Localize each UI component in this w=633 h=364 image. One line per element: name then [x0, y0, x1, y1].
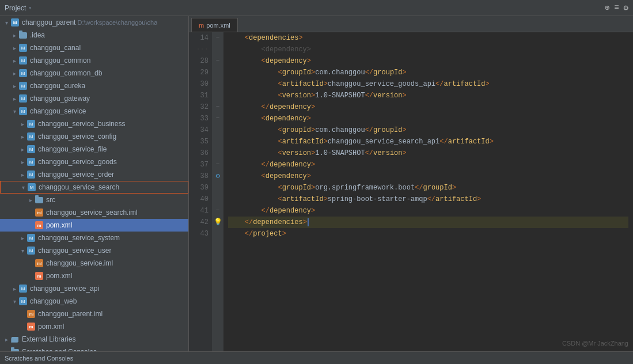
- service-api-arrow[interactable]: [10, 286, 18, 292]
- service-goods-arrow[interactable]: [18, 159, 26, 165]
- code-line-39: <groupId>org.springframework.boot</group…: [228, 182, 628, 194]
- eureka-label: changgou_eureka: [30, 82, 85, 90]
- tree-item-pom1[interactable]: m pom.xml: [0, 219, 188, 232]
- tree-item-service-goods[interactable]: M changgou_service_goods: [0, 156, 188, 168]
- tree-item-eureka[interactable]: M changgou_eureka: [0, 79, 188, 92]
- tree-item-service-config[interactable]: M changgou_service_config: [0, 130, 188, 143]
- tree-item-ext-libs[interactable]: External Libraries: [0, 333, 188, 346]
- service-system-arrow[interactable]: [18, 235, 26, 241]
- service-arrow[interactable]: [10, 108, 18, 115]
- search-iml-label: changgou_service_search.iml: [46, 208, 138, 217]
- gutter-fold-32[interactable]: −: [213, 101, 223, 112]
- scratches-icon: [10, 348, 20, 351]
- gutter-yellow-42[interactable]: 💡: [213, 217, 223, 227]
- src-arrow[interactable]: [26, 197, 35, 203]
- code-line-29: <groupId>com.changgou</groupId>: [228, 67, 628, 78]
- tree-item-parent-iml[interactable]: iml changgou_parent.iml: [0, 308, 188, 320]
- gateway-label: changgou_gateway: [30, 94, 90, 103]
- common-arrow[interactable]: [10, 58, 18, 64]
- editor-tab-pom[interactable]: m pom.xml: [191, 18, 238, 32]
- tree-item-src[interactable]: src: [0, 194, 188, 206]
- service-order-icon: M: [26, 170, 36, 179]
- tree-item-service-user[interactable]: M changgou_service_user: [0, 244, 188, 257]
- project-panel-title[interactable]: Project: [5, 4, 26, 12]
- settings-icon[interactable]: ⚙: [624, 3, 628, 13]
- gutter-fold-28[interactable]: −: [213, 55, 223, 66]
- service-search-label: changgou_service_search: [39, 183, 119, 191]
- common-db-icon: M: [18, 69, 28, 77]
- service-user-arrow[interactable]: [18, 248, 26, 254]
- pom3-label: pom.xml: [38, 323, 64, 331]
- code-line-30: <artifactId>changgou_service_goods_api</…: [228, 78, 628, 90]
- tree-item-idea[interactable]: .idea: [0, 29, 188, 41]
- tree-item-service-iml[interactable]: iml changgou_service.iml: [0, 257, 188, 270]
- canal-arrow[interactable]: [10, 45, 18, 51]
- tree-root-item[interactable]: M changgou_parent D:\workspace\changgou\…: [0, 16, 188, 29]
- code-area: 14 ··· 28 29 30 31 32 33 34 35 36 37 38 …: [189, 32, 633, 351]
- eureka-arrow[interactable]: [10, 83, 18, 89]
- tree-item-pom3[interactable]: m pom.xml: [0, 320, 188, 333]
- service-order-arrow[interactable]: [18, 172, 26, 178]
- tree-item-service[interactable]: M changgou_service: [0, 105, 188, 117]
- scratches-status-item[interactable]: Scratches and Consoles: [5, 355, 73, 362]
- tree-item-service-search[interactable]: M changgou_service_search: [0, 181, 188, 194]
- ext-libs-label: External Libraries: [22, 335, 75, 343]
- service-business-label: changgou_service_business: [38, 120, 125, 128]
- service-goods-icon: M: [26, 158, 36, 166]
- service-search-icon: M: [27, 183, 36, 191]
- tree-item-pom2[interactable]: m pom.xml: [0, 270, 188, 282]
- project-sidebar: M changgou_parent D:\workspace\changgou\…: [0, 16, 189, 351]
- ext-libs-icon: [10, 335, 20, 343]
- toolbar: Project ▾ ⊕ ≡ ⚙: [0, 0, 633, 16]
- parent-iml-icon: iml: [26, 310, 36, 318]
- pom3-icon: m: [26, 323, 36, 331]
- gateway-arrow[interactable]: [10, 96, 18, 102]
- service-file-label: changgou_service_file: [38, 145, 107, 153]
- tree-item-service-business[interactable]: M changgou_service_business: [0, 117, 188, 130]
- tree-item-service-api[interactable]: M changgou_service_api: [0, 282, 188, 295]
- service-config-arrow[interactable]: [18, 134, 26, 140]
- gutter-blue-38[interactable]: ⚙: [213, 170, 223, 181]
- service-label: changgou_service: [30, 107, 86, 115]
- gutter-fold-41[interactable]: −: [213, 205, 223, 215]
- gutter-fold-33[interactable]: −: [213, 113, 223, 123]
- ext-libs-arrow[interactable]: [2, 336, 10, 343]
- editor-tabs: m pom.xml: [189, 16, 633, 32]
- code-content[interactable]: <dependencies> <dependency> <dependency>…: [223, 32, 633, 351]
- common-db-label: changgou_common_db: [30, 69, 102, 77]
- common-icon: M: [18, 56, 28, 65]
- common-db-arrow[interactable]: [10, 70, 18, 77]
- service-api-label: changgou_service_api: [30, 285, 99, 293]
- project-dropdown-arrow[interactable]: ▾: [28, 5, 32, 12]
- tree-item-gateway[interactable]: M changgou_gateway: [0, 92, 188, 105]
- gateway-icon: M: [18, 94, 28, 103]
- web-icon: M: [18, 297, 28, 305]
- canal-label: changgou_canal: [30, 44, 81, 52]
- tree-item-canal[interactable]: M changgou_canal: [0, 41, 188, 54]
- tree-item-service-file[interactable]: M changgou_service_file: [0, 143, 188, 156]
- pom2-icon: m: [35, 272, 44, 280]
- tree-item-service-system[interactable]: M changgou_service_system: [0, 232, 188, 244]
- tree-item-search-iml[interactable]: iml changgou_service_search.iml: [0, 206, 188, 219]
- code-line-38: <dependency>: [228, 170, 628, 182]
- service-business-arrow[interactable]: [18, 121, 26, 127]
- tree-item-web[interactable]: M changgou_web: [0, 295, 188, 308]
- tree-item-common[interactable]: M changgou_common: [0, 54, 188, 67]
- idea-arrow[interactable]: [10, 32, 18, 39]
- layout-icon[interactable]: ≡: [614, 3, 619, 13]
- common-label: changgou_common: [30, 56, 90, 65]
- gutter-fold-14[interactable]: −: [213, 32, 223, 43]
- tree-item-common-db[interactable]: M changgou_common_db: [0, 67, 188, 79]
- service-file-arrow[interactable]: [18, 146, 26, 153]
- add-icon[interactable]: ⊕: [605, 3, 609, 13]
- tree-item-scratches[interactable]: Scratches and Consoles: [0, 346, 188, 351]
- code-line-31: <version>1.0-SNAPSHOT</version>: [228, 90, 628, 101]
- gutter-fold-37[interactable]: −: [213, 159, 223, 169]
- toolbar-icons: ⊕ ≡ ⚙: [605, 3, 628, 13]
- service-search-arrow[interactable]: [19, 184, 27, 191]
- web-arrow[interactable]: [10, 298, 18, 305]
- service-user-icon: M: [26, 247, 36, 255]
- status-bar: Scratches and Consoles: [0, 351, 633, 364]
- tree-item-service-order[interactable]: M changgou_service_order: [0, 168, 188, 181]
- root-expand-arrow[interactable]: [2, 20, 10, 26]
